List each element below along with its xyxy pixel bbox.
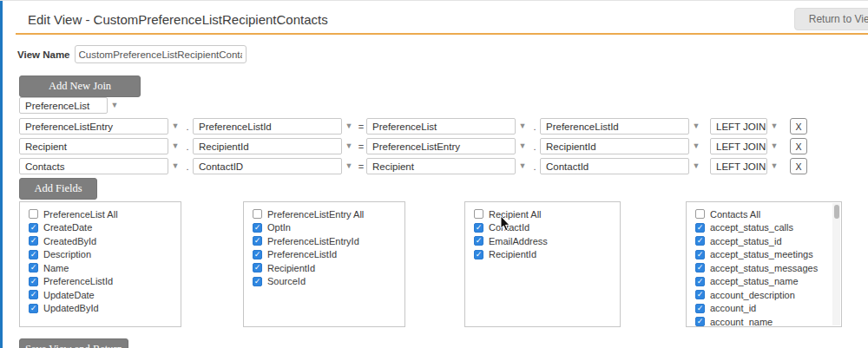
- join-left-field-value[interactable]: PreferenceListId: [193, 118, 342, 135]
- join-type-value[interactable]: LEFT JOIN: [710, 158, 767, 174]
- field-item-row[interactable]: accept_status_id: [695, 234, 841, 248]
- join-right-field-dropdown[interactable]: ContactId ▼: [540, 158, 703, 174]
- field-item-row[interactable]: CreateDate: [29, 221, 181, 235]
- chevron-down-icon[interactable]: ▼: [516, 119, 529, 134]
- join-left-field-dropdown[interactable]: ContactID ▼: [193, 158, 356, 174]
- field-item-row[interactable]: RecipientId: [474, 248, 620, 262]
- field-all-checkbox[interactable]: [474, 209, 483, 219]
- join-left-field-value[interactable]: ContactID: [193, 158, 342, 174]
- join-left-table-value[interactable]: Contacts: [19, 158, 168, 174]
- chevron-down-icon[interactable]: ▼: [767, 139, 781, 154]
- view-name-input[interactable]: [75, 45, 247, 63]
- field-item-row[interactable]: PreferenceListEntryId: [253, 234, 404, 248]
- field-all-row[interactable]: PreferenceList All: [29, 207, 181, 221]
- join-right-table-value[interactable]: Recipient: [366, 158, 516, 174]
- field-all-checkbox[interactable]: [695, 209, 705, 219]
- field-item-row[interactable]: accept_status_calls: [695, 221, 841, 235]
- field-item-row[interactable]: PreferenceListId: [253, 248, 404, 262]
- add-fields-button[interactable]: Add Fields: [19, 178, 97, 200]
- field-checkbox[interactable]: [695, 277, 705, 286]
- chevron-down-icon[interactable]: ▼: [342, 159, 356, 174]
- join-type-value[interactable]: LEFT JOIN: [710, 118, 767, 135]
- field-checkbox[interactable]: [29, 304, 38, 313]
- join-right-field-value[interactable]: RecipientId: [540, 138, 689, 154]
- remove-join-button[interactable]: X: [790, 118, 807, 135]
- chevron-down-icon[interactable]: ▼: [342, 139, 356, 154]
- field-checkbox[interactable]: [29, 236, 38, 246]
- field-checkbox[interactable]: [253, 263, 262, 272]
- remove-join-button[interactable]: X: [790, 138, 807, 154]
- field-checkbox[interactable]: [29, 290, 38, 299]
- field-all-row[interactable]: PreferenceListEntry All: [253, 207, 404, 221]
- field-item-row[interactable]: RecipientId: [253, 261, 404, 275]
- field-checkbox[interactable]: [695, 263, 705, 272]
- add-new-join-button[interactable]: Add New Join: [19, 76, 141, 97]
- join-left-field-value[interactable]: RecipientId: [193, 138, 342, 154]
- field-checkbox[interactable]: [695, 317, 705, 326]
- chevron-down-icon[interactable]: ▼: [342, 119, 356, 134]
- field-item-row[interactable]: accept_status_name: [695, 275, 841, 289]
- field-item-row[interactable]: accept_status_meetings: [695, 248, 841, 262]
- base-table-value[interactable]: PreferenceList: [19, 97, 108, 114]
- field-item-row[interactable]: account_description: [695, 288, 841, 302]
- field-checkbox[interactable]: [695, 290, 705, 299]
- field-checkbox[interactable]: [253, 277, 262, 286]
- join-left-field-dropdown[interactable]: RecipientId ▼: [193, 138, 356, 154]
- chevron-down-icon[interactable]: ▼: [689, 119, 703, 134]
- field-checkbox[interactable]: [253, 236, 262, 246]
- scrollbar-thumb[interactable]: [834, 205, 839, 219]
- field-item-row[interactable]: account_id: [695, 302, 841, 316]
- join-type-dropdown[interactable]: LEFT JOIN ▼: [710, 118, 781, 135]
- field-all-row[interactable]: Contacts All: [695, 207, 841, 221]
- field-all-checkbox[interactable]: [253, 209, 262, 219]
- field-checkbox[interactable]: [695, 236, 705, 246]
- field-item-row[interactable]: PreferenceListId: [29, 275, 181, 289]
- field-checkbox[interactable]: [29, 277, 38, 286]
- field-item-row[interactable]: Name: [29, 261, 181, 275]
- scrollbar[interactable]: [832, 203, 840, 325]
- join-type-dropdown[interactable]: LEFT JOIN ▼: [710, 158, 781, 174]
- remove-join-button[interactable]: X: [790, 158, 807, 174]
- field-checkbox[interactable]: [29, 263, 38, 272]
- chevron-down-icon[interactable]: ▼: [689, 139, 703, 154]
- field-item-row[interactable]: ContactId: [474, 221, 620, 235]
- field-item-row[interactable]: account_name: [695, 315, 841, 327]
- join-type-dropdown[interactable]: LEFT JOIN ▼: [710, 138, 781, 154]
- field-checkbox[interactable]: [253, 250, 262, 259]
- field-checkbox[interactable]: [474, 223, 483, 233]
- field-item-row[interactable]: Description: [29, 248, 181, 262]
- join-left-table-value[interactable]: PreferenceListEntry: [19, 118, 168, 135]
- field-checkbox[interactable]: [695, 250, 705, 259]
- join-right-table-dropdown[interactable]: PreferenceList ▼: [366, 118, 529, 135]
- field-all-row[interactable]: Recipient All: [474, 207, 620, 221]
- chevron-down-icon[interactable]: ▼: [108, 98, 122, 113]
- field-checkbox[interactable]: [29, 250, 38, 259]
- join-right-field-value[interactable]: PreferenceListId: [540, 118, 689, 135]
- field-item-row[interactable]: EmailAddress: [474, 234, 620, 248]
- chevron-down-icon[interactable]: ▼: [767, 119, 781, 134]
- chevron-down-icon[interactable]: ▼: [168, 119, 182, 134]
- field-item-row[interactable]: accept_status_messages: [695, 261, 841, 275]
- base-table-dropdown[interactable]: PreferenceList ▼: [19, 97, 122, 114]
- return-to-view-button[interactable]: Return to View: [794, 8, 868, 30]
- chevron-down-icon[interactable]: ▼: [168, 139, 182, 154]
- field-item-row[interactable]: OptIn: [253, 221, 404, 235]
- field-checkbox[interactable]: [695, 223, 705, 233]
- chevron-down-icon[interactable]: ▼: [689, 159, 703, 174]
- field-item-row[interactable]: UpdatedById: [29, 302, 181, 316]
- field-item-row[interactable]: SourceId: [253, 275, 404, 289]
- join-right-field-value[interactable]: ContactId: [540, 158, 689, 174]
- join-right-table-value[interactable]: PreferenceListEntry: [366, 138, 516, 154]
- field-checkbox[interactable]: [695, 304, 705, 313]
- join-right-table-dropdown[interactable]: PreferenceListEntry ▼: [366, 138, 529, 154]
- save-view-button[interactable]: Save View and Return: [19, 338, 128, 348]
- join-left-table-dropdown[interactable]: PreferenceListEntry ▼: [19, 118, 182, 135]
- chevron-down-icon[interactable]: ▼: [516, 139, 529, 154]
- chevron-down-icon[interactable]: ▼: [168, 159, 182, 174]
- field-all-checkbox[interactable]: [29, 209, 38, 219]
- chevron-down-icon[interactable]: ▼: [516, 159, 529, 174]
- field-item-row[interactable]: UpdateDate: [29, 288, 181, 302]
- join-right-table-value[interactable]: PreferenceList: [366, 118, 516, 135]
- field-checkbox[interactable]: [474, 250, 483, 259]
- join-right-table-dropdown[interactable]: Recipient ▼: [366, 158, 529, 174]
